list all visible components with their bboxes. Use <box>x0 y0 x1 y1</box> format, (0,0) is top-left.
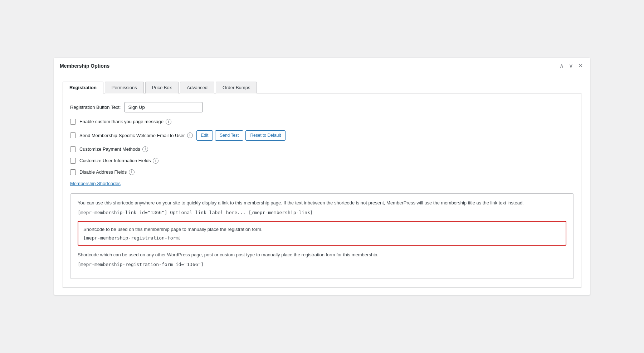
widget-title: Membership Options <box>60 63 109 69</box>
shortcode-description: You can use this shortcode anywhere on y… <box>78 199 566 207</box>
widget-controls: ∧ ∨ ✕ <box>558 62 584 69</box>
disable-address-fields-row: Disable Address Fields i <box>70 169 574 175</box>
send-welcome-email-checkbox[interactable] <box>70 132 76 138</box>
send-welcome-email-row: Send Membership-Specific Welcome Email t… <box>70 130 574 141</box>
shortcode-highlighted-block: Shortcode to be used on this membership … <box>78 221 566 246</box>
expand-icon[interactable]: ∨ <box>567 62 575 69</box>
shortcode-bottom-description: Shortcode which can be used on any other… <box>78 251 566 259</box>
shortcode-highlighted-description: Shortcode to be used on this membership … <box>83 226 561 233</box>
send-welcome-email-info-icon: i <box>187 132 193 138</box>
tab-advanced[interactable]: Advanced <box>180 82 214 93</box>
enable-custom-thank-you-row: Enable custom thank you page message i <box>70 119 574 125</box>
disable-address-fields-label: Disable Address Fields i <box>79 169 135 175</box>
customize-payment-methods-info-icon: i <box>142 146 148 152</box>
shortcode-example-code: [mepr-membership-link id="1366"] Optiona… <box>78 210 566 215</box>
send-welcome-email-label: Send Membership-Specific Welcome Email t… <box>79 132 193 138</box>
customize-payment-methods-row: Customize Payment Methods i <box>70 146 574 152</box>
shortcode-bottom-code: [mepr-membership-registration-form id="1… <box>78 262 566 267</box>
collapse-icon[interactable]: ∧ <box>558 62 565 69</box>
membership-options-widget: Membership Options ∧ ∨ ✕ Registration Pe… <box>54 58 590 295</box>
widget-header: Membership Options ∧ ∨ ✕ <box>54 58 590 74</box>
customize-user-info-row: Customize User Information Fields i <box>70 158 574 164</box>
tab-content-registration: Registration Button Text: Enable custom … <box>63 93 581 288</box>
reset-to-default-button[interactable]: Reset to Default <box>245 130 286 141</box>
registration-button-label: Registration Button Text: <box>70 105 121 110</box>
shortcode-highlighted-code: [mepr-membership-registration-form] <box>83 235 561 241</box>
shortcode-box: You can use this shortcode anywhere on y… <box>70 193 574 279</box>
tab-order-bumps[interactable]: Order Bumps <box>216 82 257 93</box>
customize-payment-methods-checkbox[interactable] <box>70 146 76 152</box>
enable-custom-thank-you-label: Enable custom thank you page message i <box>79 119 171 125</box>
tab-price-box[interactable]: Price Box <box>145 82 179 93</box>
enable-custom-thank-you-checkbox[interactable] <box>70 119 76 125</box>
disable-address-fields-checkbox[interactable] <box>70 169 76 175</box>
send-test-button[interactable]: Send Test <box>215 130 243 141</box>
registration-button-input[interactable] <box>124 102 203 112</box>
widget-body: Registration Permissions Price Box Advan… <box>54 74 590 295</box>
tab-permissions[interactable]: Permissions <box>105 82 144 93</box>
registration-button-text-row: Registration Button Text: <box>70 102 574 112</box>
edit-button[interactable]: Edit <box>196 130 213 141</box>
enable-custom-thank-you-info-icon: i <box>166 119 171 125</box>
disable-address-fields-info-icon: i <box>129 169 135 175</box>
close-icon[interactable]: ✕ <box>577 62 584 69</box>
customize-user-info-checkbox[interactable] <box>70 158 76 164</box>
customize-user-info-label: Customize User Information Fields i <box>79 158 158 164</box>
tab-bar: Registration Permissions Price Box Advan… <box>63 81 581 93</box>
membership-shortcodes-link[interactable]: Membership Shortcodes <box>70 181 121 186</box>
welcome-email-buttons: Edit Send Test Reset to Default <box>196 130 286 141</box>
tab-registration[interactable]: Registration <box>63 82 103 93</box>
customize-payment-methods-label: Customize Payment Methods i <box>79 146 148 152</box>
customize-user-info-icon: i <box>153 158 158 164</box>
